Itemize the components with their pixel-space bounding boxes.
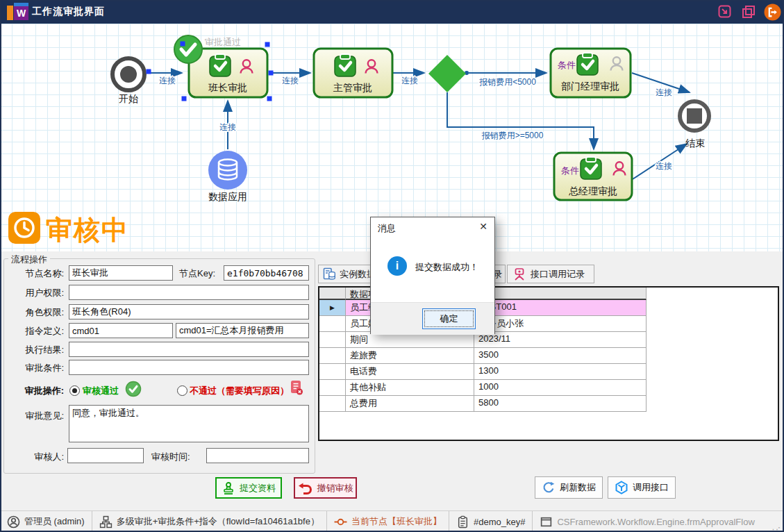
org-chart-icon bbox=[99, 515, 112, 529]
status-stamp: 审核中 bbox=[46, 213, 129, 248]
logo-letter: W bbox=[14, 6, 28, 20]
clipboard-check-icon bbox=[577, 53, 598, 75]
message-dialog: 消息 ✕ i 提交数据成功！ 确定 bbox=[370, 217, 495, 334]
row-name[interactable]: 电话费 bbox=[346, 364, 474, 380]
ok-button[interactable]: 确定 bbox=[422, 308, 476, 329]
role-perm-field[interactable] bbox=[69, 304, 309, 319]
radio-reject[interactable] bbox=[177, 385, 187, 396]
node-general-manager[interactable]: 条件 总经理审批 bbox=[554, 153, 632, 200]
node-name-label: 节点名称: bbox=[0, 267, 64, 280]
node-start[interactable]: 开始 bbox=[112, 58, 144, 104]
approve-seal-icon bbox=[125, 381, 142, 397]
revoke-button[interactable]: 撤销审核 bbox=[294, 477, 357, 499]
node-data-app[interactable]: 数据应用 bbox=[208, 151, 247, 202]
clipboard-check-icon bbox=[210, 54, 231, 76]
dialog-title: 消息 bbox=[378, 222, 396, 235]
row-value[interactable]: TEST001 bbox=[474, 300, 647, 316]
row-value[interactable]: 业务员小张 bbox=[474, 316, 647, 332]
user-perm-label: 用户权限: bbox=[0, 287, 64, 299]
approve-cond-label: 审批条件: bbox=[0, 362, 64, 374]
refresh-button[interactable]: 刷新数据 bbox=[535, 476, 603, 499]
table-row[interactable]: 总费用 5800 bbox=[319, 396, 647, 412]
table-row[interactable]: 电话费 1300 bbox=[319, 364, 647, 380]
exec-result-field[interactable] bbox=[69, 342, 309, 357]
node-gm-label: 总经理审批 bbox=[569, 185, 617, 197]
refresh-icon bbox=[542, 481, 556, 494]
groupbox-title: 流程操作 bbox=[8, 253, 50, 266]
edge-label[interactable]: 连接 bbox=[401, 76, 418, 85]
edge-label[interactable]: 连接 bbox=[159, 76, 176, 85]
cmd-desc-field[interactable] bbox=[176, 323, 309, 338]
row-indicator: ▶ bbox=[319, 300, 346, 316]
exit-icon[interactable] bbox=[764, 3, 781, 21]
clock-icon bbox=[8, 212, 40, 244]
close-icon[interactable]: ✕ bbox=[479, 221, 487, 232]
resize-grip[interactable]: ⡠⠔ bbox=[769, 524, 781, 532]
condition-tag: 条件 bbox=[561, 165, 579, 176]
reject-option-label[interactable]: 不通过（需要填写原因） bbox=[190, 385, 289, 397]
table-row[interactable]: 差旅费 3500 bbox=[319, 348, 647, 364]
screenshot-icon[interactable] bbox=[717, 4, 733, 19]
statusbar: 管理员 (admin) 多级审批+审批条件+指令（flowId=fa10461a… bbox=[0, 510, 784, 532]
edge-label[interactable]: 连接 bbox=[282, 76, 299, 85]
node-squad-label: 班长审批 bbox=[208, 82, 247, 93]
edge-label[interactable]: 连接 bbox=[656, 88, 672, 97]
statusbar-user: 管理员 (admin) bbox=[0, 511, 92, 532]
revoke-button-label: 撤销审核 bbox=[317, 482, 353, 494]
node-end-label: 结束 bbox=[685, 138, 705, 149]
node-end[interactable]: 结束 bbox=[680, 101, 709, 149]
edge-label[interactable]: 连接 bbox=[656, 161, 672, 171]
clipboard-icon bbox=[456, 515, 469, 529]
node-key-field[interactable] bbox=[224, 265, 309, 281]
audit-time-field[interactable] bbox=[206, 448, 309, 463]
auditor-field[interactable] bbox=[67, 448, 144, 463]
approve-option-label[interactable]: 审核通过 bbox=[83, 385, 119, 397]
decision-diamond[interactable] bbox=[428, 55, 466, 92]
badge-label: 审批通过 bbox=[205, 37, 241, 47]
row-value[interactable]: 3500 bbox=[474, 348, 647, 364]
edge-label-gte5000[interactable]: 报销费用>=5000 bbox=[481, 131, 544, 140]
statusbar-flow-info: 多级审批+审批条件+指令（flowId=fa10461a1bfe） bbox=[92, 511, 326, 532]
header-indicator bbox=[319, 288, 346, 300]
submit-button[interactable]: 提交资料 bbox=[215, 477, 282, 499]
node-supervisor[interactable]: 主管审批 bbox=[314, 49, 392, 97]
cmd-field[interactable] bbox=[69, 323, 173, 338]
reject-doc-icon bbox=[289, 379, 304, 396]
node-dept-manager[interactable]: 条件 部门经理审批 bbox=[551, 49, 631, 97]
node-name-field[interactable] bbox=[69, 265, 173, 281]
row-value[interactable]: 2023/11 bbox=[474, 332, 647, 348]
edge-label[interactable]: 连接 bbox=[219, 122, 236, 132]
table-row[interactable]: 其他补贴 1000 bbox=[319, 380, 647, 396]
node-dept-label: 部门经理审批 bbox=[561, 81, 619, 92]
invoke-api-button-label: 调用接口 bbox=[633, 481, 669, 494]
edge-label-lt5000[interactable]: 报销费用<5000 bbox=[478, 77, 536, 87]
edge-decision-gm[interactable] bbox=[447, 92, 594, 149]
user-perm-field[interactable] bbox=[69, 285, 309, 300]
document-database-icon bbox=[323, 267, 336, 281]
approved-badge-icon bbox=[174, 35, 202, 63]
row-name[interactable]: 差旅费 bbox=[346, 348, 474, 364]
tab-api-records[interactable]: 接口调用记录 bbox=[507, 265, 594, 283]
radio-approve[interactable] bbox=[69, 385, 80, 396]
header-value bbox=[474, 288, 647, 300]
row-value[interactable]: 1000 bbox=[474, 380, 647, 396]
opinion-textarea[interactable]: 同意，审批通过。 bbox=[69, 405, 309, 442]
row-name[interactable]: 其他补贴 bbox=[346, 380, 474, 396]
row-value[interactable]: 5800 bbox=[474, 396, 647, 412]
statusbar-demo-key: #demo_key# bbox=[449, 511, 532, 532]
action-label: 审批操作: bbox=[0, 385, 64, 397]
invoke-api-button[interactable]: 调用接口 bbox=[608, 476, 676, 499]
stamp-icon bbox=[222, 481, 235, 495]
node-squad-leader[interactable]: 班长审批 审批通过 bbox=[147, 35, 274, 101]
titlebar: W 工作流审批界面 bbox=[0, 0, 784, 24]
node-data-label: 数据应用 bbox=[208, 191, 247, 202]
window-title: 工作流审批界面 bbox=[32, 6, 105, 18]
opinion-label: 审批意见: bbox=[0, 410, 64, 422]
node-start-label: 开始 bbox=[119, 93, 138, 104]
approve-cond-field[interactable] bbox=[69, 360, 309, 375]
row-value[interactable]: 1300 bbox=[474, 364, 647, 380]
row-name[interactable]: 总费用 bbox=[346, 396, 474, 412]
user-icon bbox=[7, 515, 20, 529]
app-window: W 工作流审批界面 bbox=[0, 0, 784, 532]
copy-window-icon[interactable] bbox=[741, 4, 756, 19]
